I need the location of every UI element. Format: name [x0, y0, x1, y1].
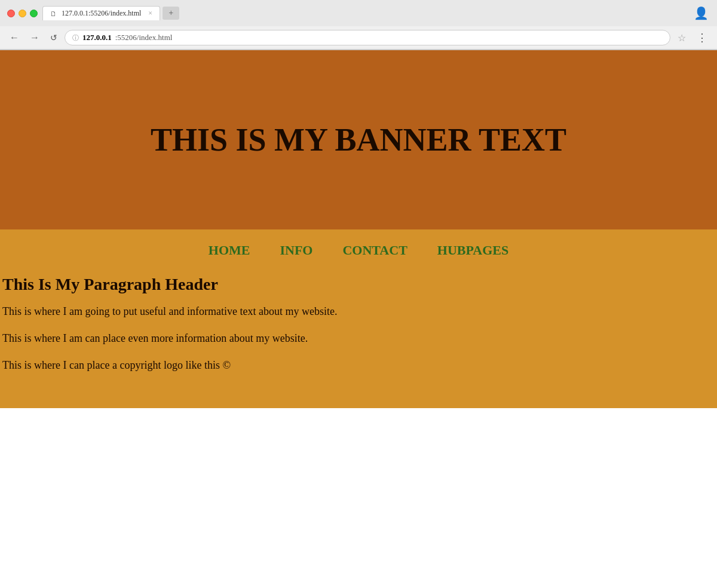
title-bar: 🗋 127.0.0.1:55206/index.html × + 👤 — [0, 0, 717, 26]
content-area: This Is My Paragraph Header This is wher… — [0, 269, 717, 408]
nav-link-info[interactable]: INFO — [280, 243, 312, 258]
url-bold-part: 127.0.0.1 — [82, 33, 112, 42]
nav-link-contact[interactable]: CONTACT — [342, 243, 407, 258]
navigation-bar: HOME INFO CONTACT HUBPAGES — [0, 229, 717, 269]
minimize-traffic-light[interactable] — [19, 10, 26, 17]
tab-page-icon: 🗋 — [50, 10, 57, 17]
traffic-lights — [7, 10, 38, 17]
address-bar[interactable]: ⓘ 127.0.0.1:55206/index.html — [65, 30, 670, 45]
bookmark-star-button[interactable]: ☆ — [674, 31, 690, 45]
back-button[interactable]: ← — [6, 31, 23, 44]
new-tab-button[interactable]: + — [163, 7, 179, 20]
paragraph-text-1: This is where I am going to put useful a… — [0, 304, 717, 320]
tab-close-button[interactable]: × — [148, 9, 152, 18]
refresh-button[interactable]: ↺ — [47, 32, 61, 44]
browser-menu-button[interactable]: ⋮ — [693, 30, 711, 45]
banner: THIS IS MY BANNER TEXT — [0, 50, 717, 229]
banner-text: THIS IS MY BANNER TEXT — [151, 121, 566, 158]
browser-chrome: 🗋 127.0.0.1:55206/index.html × + 👤 ← → ↺… — [0, 0, 717, 50]
nav-link-home[interactable]: HOME — [209, 243, 250, 258]
toolbar: ← → ↺ ⓘ 127.0.0.1:55206/index.html ☆ ⋮ — [0, 26, 717, 50]
lock-icon: ⓘ — [72, 33, 79, 42]
nav-link-hubpages[interactable]: HUBPAGES — [437, 243, 508, 258]
tab-title: 127.0.0.1:55206/index.html — [62, 9, 141, 18]
url-rest-part: :55206/index.html — [115, 33, 173, 42]
paragraph-text-2: This is where I am can place even more i… — [0, 330, 717, 347]
tab-bar: 🗋 127.0.0.1:55206/index.html × + — [42, 6, 688, 20]
paragraph-text-3: This is where I can place a copyright lo… — [0, 357, 717, 373]
account-button[interactable]: 👤 — [693, 5, 710, 22]
paragraph-header: This Is My Paragraph Header — [0, 275, 717, 294]
active-tab[interactable]: 🗋 127.0.0.1:55206/index.html × — [42, 6, 160, 20]
close-traffic-light[interactable] — [7, 10, 15, 17]
maximize-traffic-light[interactable] — [30, 10, 38, 17]
forward-button[interactable]: → — [26, 31, 43, 44]
website-content: THIS IS MY BANNER TEXT HOME INFO CONTACT… — [0, 50, 717, 408]
